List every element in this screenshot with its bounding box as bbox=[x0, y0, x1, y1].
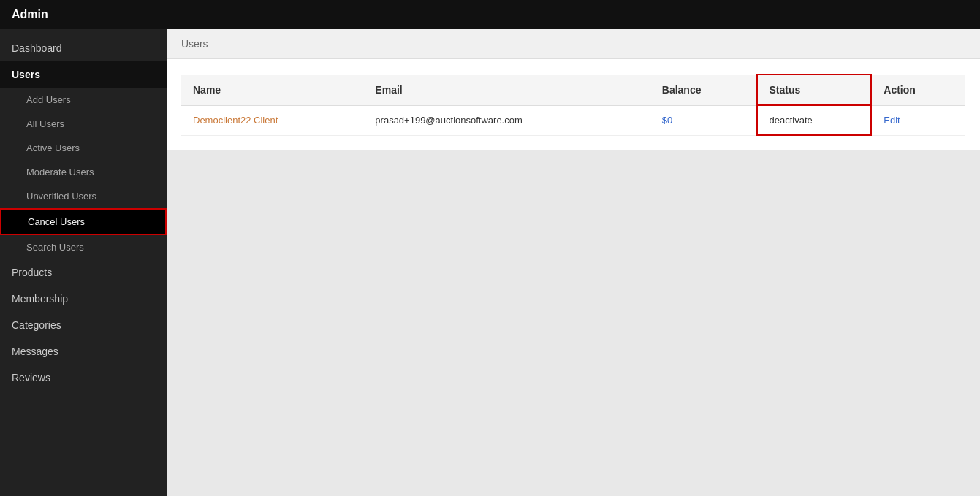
col-header-balance: Balance bbox=[650, 75, 757, 105]
sidebar-item-messages[interactable]: Messages bbox=[0, 338, 167, 365]
cell-balance: $0 bbox=[650, 105, 757, 135]
sidebar-item-reviews[interactable]: Reviews bbox=[0, 365, 167, 391]
sidebar-item-products[interactable]: Products bbox=[0, 259, 167, 286]
breadcrumb: Users bbox=[181, 38, 208, 50]
page-header: Users bbox=[167, 29, 980, 59]
cell-email: prasad+199@auctionsoftware.com bbox=[363, 105, 650, 135]
app-title: Admin bbox=[12, 8, 48, 21]
sidebar: Dashboard Users Add Users All Users Acti… bbox=[0, 29, 167, 496]
table-row: Democlient22 Client prasad+199@auctionso… bbox=[181, 105, 965, 135]
sidebar-subitem-search-users[interactable]: Search Users bbox=[0, 235, 167, 259]
main-content: Users Name Email Balance bbox=[167, 29, 980, 496]
cell-action-edit[interactable]: Edit bbox=[871, 105, 965, 135]
col-header-name: Name bbox=[181, 75, 363, 105]
content-area: Name Email Balance Status Action bbox=[167, 59, 980, 150]
sidebar-item-categories[interactable]: Categories bbox=[0, 312, 167, 338]
sidebar-item-dashboard[interactable]: Dashboard bbox=[0, 35, 167, 61]
sidebar-item-users[interactable]: Users bbox=[0, 61, 167, 88]
col-header-email: Email bbox=[363, 75, 650, 105]
col-header-status: Status bbox=[757, 75, 872, 105]
sidebar-subitem-active-users[interactable]: Active Users bbox=[0, 136, 167, 160]
users-table: Name Email Balance Status Action bbox=[181, 74, 965, 136]
top-bar: Admin bbox=[0, 0, 980, 29]
sidebar-item-membership[interactable]: Membership bbox=[0, 286, 167, 312]
sidebar-subitem-moderate-users[interactable]: Moderate Users bbox=[0, 160, 167, 184]
cell-name: Democlient22 Client bbox=[181, 105, 363, 135]
sidebar-subitem-cancel-users[interactable]: Cancel Users bbox=[0, 208, 167, 235]
col-header-action: Action bbox=[871, 75, 965, 105]
sidebar-subitem-all-users[interactable]: All Users bbox=[0, 112, 167, 136]
cell-status[interactable]: deactivate bbox=[757, 105, 872, 135]
sidebar-subitem-unverified-users[interactable]: Unverified Users bbox=[0, 184, 167, 208]
sidebar-subitem-add-users[interactable]: Add Users bbox=[0, 88, 167, 112]
